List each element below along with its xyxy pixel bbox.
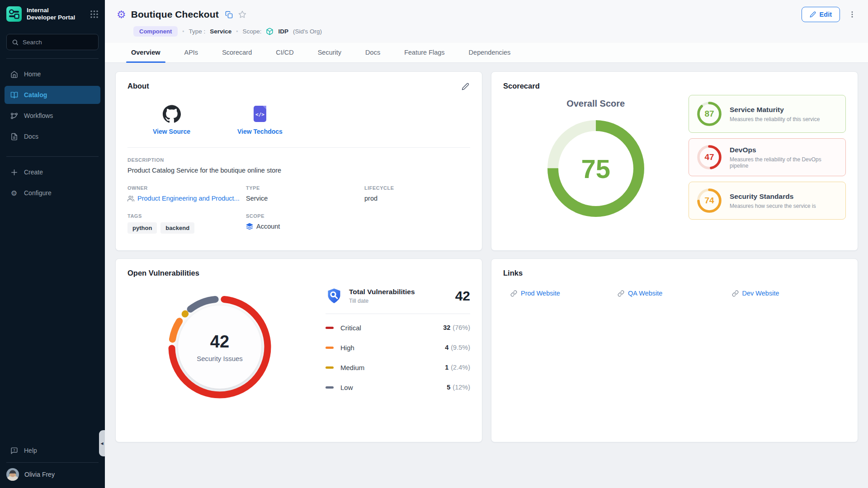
tab-feature-flags[interactable]: Feature Flags [399,43,449,62]
scope-value: IDP [278,28,288,35]
scope-org: (Sid's Org) [293,28,322,35]
tab-apis[interactable]: APIs [179,43,203,62]
description-label: DESCRIPTION [127,157,470,163]
about-card: About View Source [115,71,482,251]
star-icon[interactable] [237,9,247,19]
tab-overview[interactable]: Overview [126,43,165,62]
total-vulnerabilities-title: Total Vulnerabilities [349,288,415,296]
sidebar-item-help[interactable]: ? Help [5,441,100,460]
sidebar-item-configure[interactable]: ⚙ Configure [5,184,100,202]
pencil-icon [810,11,816,18]
view-techdocs-label: View Techdocs [237,128,283,135]
sidebar-nav: Home Catalog Workflows [0,65,105,148]
sidebar: Internal Developer Portal Ho [0,0,105,488]
search-box[interactable] [6,34,99,50]
main: ⚙ Boutique Checkout Edit [105,0,868,488]
search-icon [12,39,19,46]
edit-button[interactable]: Edit [802,7,840,22]
sidebar-collapse-handle[interactable]: ◀ [99,430,105,456]
devops-ring: 47 [696,144,722,170]
link-chain-icon [732,290,739,297]
score-card-devops[interactable]: 47 DevOps Measures the reliability of th… [689,138,846,176]
description-value: Product Catalog Service for the boutique… [127,167,470,174]
lifecycle-field: LIFECYCLE prod [364,185,470,202]
cube-icon [266,28,274,35]
tab-dependencies[interactable]: Dependencies [464,43,516,62]
high-dash-swatch [326,347,334,349]
legend-row-critical: Critical 32 (76%) [326,318,470,338]
logo-row: Internal Developer Portal [0,0,105,28]
sidebar-item-create[interactable]: Create [5,163,100,181]
overall-score-block: Overall Score 75 [503,92,688,221]
view-source-label: View Source [153,128,190,135]
home-icon [10,70,18,78]
vulnerabilities-card: Open Vulnerabilities [115,258,482,442]
sidebar-item-label: Create [24,169,43,176]
security-standards-ring: 74 [696,188,722,214]
legend-row-low: Low 5 (12%) [326,377,470,397]
vulnerabilities-title: Open Vulnerabilities [127,269,470,277]
qa-website-link[interactable]: QA Website [618,290,731,297]
sidebar-item-label: Help [24,447,37,454]
score-card-service-maturity[interactable]: 87 Service Maturity Measures the reliabi… [689,95,846,133]
sidebar-item-docs[interactable]: Docs [5,127,100,145]
plus-icon [10,169,18,176]
sidebar-actions: Create ⚙ Configure [0,163,105,205]
sidebar-item-home[interactable]: Home [5,65,100,83]
tab-cicd[interactable]: CI/CD [271,43,298,62]
github-icon [163,105,181,123]
page-title: Boutique Checkout [131,9,219,20]
score-checks: 87 Service Maturity Measures the reliabi… [689,95,846,221]
total-vulnerabilities-row: Total Vulnerabilities Till date 42 [326,287,470,305]
tag-chip[interactable]: python [127,222,157,234]
overall-score-label: Overall Score [566,99,625,109]
tab-docs[interactable]: Docs [360,43,385,62]
score-card-security-standards[interactable]: 74 Security Standards Measures how secur… [689,182,846,220]
sidebar-item-workflows[interactable]: Workflows [5,107,100,125]
help-icon: ? [10,447,18,455]
service-maturity-ring: 87 [696,101,722,127]
sidebar-bottom: ? Help Olivia Frey [0,441,105,488]
tab-security[interactable]: Security [313,43,346,62]
account-layers-icon [246,223,253,230]
scope-field: SCOPE Account [246,213,364,234]
svg-text:?: ? [13,448,15,452]
component-badge: Component [133,26,178,37]
prod-website-link[interactable]: Prod Website [503,290,618,297]
vulnerabilities-donut: 42 Security Issues [160,287,279,407]
search-input[interactable] [23,39,93,46]
sidebar-item-label: Configure [24,189,52,197]
about-divider [127,147,470,148]
legend-row-medium: Medium 1 (2.4%) [326,357,470,377]
vulnerabilities-legend: Critical 32 (76%) High 4 (9.5%) Me [326,318,470,397]
app-logo-icon [6,6,22,22]
scope-label: Scope: [242,28,261,35]
links-title: Links [503,269,846,277]
medium-dash-swatch [326,366,334,369]
type-field: TYPE Service [246,185,364,202]
sidebar-item-catalog[interactable]: Catalog [5,86,100,104]
dot-separator: • [182,28,184,35]
user-name: Olivia Frey [24,471,55,478]
app-grid-icon[interactable] [90,10,99,19]
user-row[interactable]: Olivia Frey [0,463,105,488]
owner-link[interactable]: Product Engineering and Product... [137,195,240,202]
view-techdocs-link[interactable]: </> View Techdocs [237,105,283,135]
total-vulnerabilities-sub: Till date [349,298,415,304]
about-edit-pencil-icon[interactable] [461,82,470,91]
view-source-link[interactable]: View Source [153,105,190,135]
copy-icon[interactable] [224,10,234,19]
sidebar-divider [6,156,99,157]
type-value: Service [210,28,231,35]
owner-group-icon [127,195,134,202]
kebab-menu-icon[interactable] [847,9,857,19]
tab-scorecard[interactable]: Scorecard [217,43,257,62]
workflows-icon [10,112,18,120]
avatar [6,468,19,481]
low-dash-swatch [326,386,334,389]
tag-chip[interactable]: backend [160,222,194,234]
content: About View Source [105,63,868,442]
sidebar-divider [6,58,99,59]
entity-meta-row: Component • Type : Service • Scope: IDP … [133,26,857,37]
dev-website-link[interactable]: Dev Website [732,290,846,297]
